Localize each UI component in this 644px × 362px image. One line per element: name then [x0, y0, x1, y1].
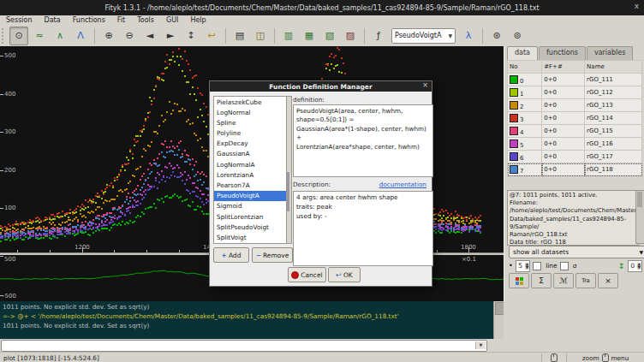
export-plot-icon[interactable]: ▧	[320, 27, 339, 45]
function-item-Pearson7A[interactable]: Pearson7A	[214, 181, 286, 191]
table-header-no[interactable]: No	[508, 61, 542, 74]
stepper-arrows-icon[interactable]: ▲▼	[637, 263, 641, 270]
zoom-in-icon[interactable]: ⊕	[99, 27, 118, 45]
function-item-PseudoVoigtA[interactable]: PseudoVoigtA	[214, 191, 286, 201]
menu-item-tools[interactable]: Tools	[131, 16, 160, 24]
remove-button[interactable]: − Remove	[252, 247, 293, 263]
menu-item-functions[interactable]: Functions	[67, 16, 111, 24]
sigma-checkbox[interactable]	[560, 262, 569, 270]
dataset-row-rGO_118[interactable]: 70+0rGO_118	[508, 163, 642, 176]
add-button[interactable]: + Add	[213, 247, 249, 263]
function-item-SplitVoigt[interactable]: SplitVoigt	[214, 232, 286, 242]
window-close-button[interactable]: x	[635, 2, 639, 10]
zoom-right-icon[interactable]: ►	[161, 27, 180, 45]
zoom-left-icon[interactable]: ◄	[140, 27, 159, 45]
command-history-arrow[interactable]: ▼	[475, 341, 486, 349]
transform-button[interactable]: Tra	[575, 273, 596, 288]
tab-data[interactable]: data	[507, 46, 538, 60]
cancel-button[interactable]: Cancel	[288, 267, 326, 282]
add-peak-mode-icon[interactable]: ∧	[51, 27, 69, 45]
drag-peak-mode-icon[interactable]: Λ	[71, 27, 90, 45]
dataset-color-swatch[interactable]	[510, 127, 518, 135]
definition-textarea[interactable]: PseudoVoigtA(area, center, hwhm, shape=0…	[293, 104, 433, 177]
dataset-row-rGO_115[interactable]: 40+0rGO_115	[508, 125, 642, 138]
dataset-row-rGO_113[interactable]: 20+0rGO_113	[508, 99, 642, 112]
tab-variables[interactable]: variables	[587, 46, 633, 60]
function-item-SplitPseudoVoigt[interactable]: SplitPseudoVoigt	[214, 222, 286, 232]
function-item-Spline[interactable]: Spline	[214, 117, 286, 128]
info-scrollbar-thumb[interactable]	[637, 192, 642, 207]
sum-button[interactable]: Σ	[531, 273, 552, 288]
dialog-titlebar[interactable]: Function Definition Manager ×	[210, 81, 432, 92]
color-gradient-button[interactable]	[509, 273, 529, 288]
point-size-stepper[interactable]: 5 ▲▼	[516, 260, 530, 272]
function-definition-manager-dialog: Function Definition Manager × PielaszekC…	[209, 80, 432, 287]
function-item-GaussianA[interactable]: GaussianA	[214, 149, 286, 159]
open-data-icon[interactable]: ▥	[279, 27, 298, 45]
window-title: Fityk 1.3.1 - /home/aleplo/test/Document…	[104, 4, 539, 12]
fit-run-icon[interactable]: ⊛	[487, 27, 506, 45]
zoom-previous-icon[interactable]: ↩	[202, 27, 221, 45]
function-item-LogNormalA[interactable]: LogNormalA	[214, 159, 286, 169]
menu-item-help[interactable]: Help	[184, 16, 212, 24]
function-list[interactable]: PielaszekCubeLogNormalSplinePolylineExpD…	[213, 96, 287, 244]
menu-item-gui[interactable]: GUI	[160, 16, 184, 24]
command-input[interactable]: ▼	[1, 340, 487, 352]
dataset-row-rGO_117[interactable]: 60+0rGO_117	[508, 151, 642, 163]
dataset-color-swatch[interactable]	[510, 114, 518, 122]
data-range-mode-icon[interactable]: ≈	[30, 27, 49, 45]
table-header-name[interactable]: Name	[585, 61, 642, 74]
zoom-mode-icon[interactable]: ⊙	[9, 27, 28, 45]
ok-button[interactable]: ↩ OK	[328, 267, 361, 282]
function-item-LorentzianA[interactable]: LorentzianA	[214, 169, 286, 180]
stepper-arrows-icon[interactable]: ▲▼	[525, 263, 529, 270]
function-item-Polyline[interactable]: Polyline	[214, 128, 286, 139]
std-dev-button[interactable]: ℳ	[553, 273, 574, 288]
dataset-row-rGO_112[interactable]: 10+0rGO_112	[508, 86, 642, 99]
dataset-row-rGO_116[interactable]: 50+0rGO_116	[508, 138, 642, 151]
line-checkbox[interactable]	[533, 262, 541, 270]
dialog-close-button[interactable]: ×	[422, 81, 428, 89]
dataset-row-rGO_111[interactable]: 00+0rGO_111	[508, 74, 642, 86]
menu-item-fit[interactable]: Fit	[111, 16, 131, 24]
function-item-PielaszekCube[interactable]: PielaszekCube	[214, 97, 286, 107]
function-list-scrollbar[interactable]	[286, 96, 292, 244]
dataset-color-swatch[interactable]	[510, 139, 518, 148]
function-item-SplitLorentzian[interactable]: SplitLorentzian	[214, 211, 286, 222]
fit-settings-icon[interactable]: ⊚	[508, 27, 527, 45]
dataset-row-rGO_114[interactable]: 30+0rGO_114	[508, 112, 642, 125]
define-function-icon[interactable]: λ	[459, 27, 478, 45]
delete-button[interactable]: ×	[598, 273, 618, 288]
function-item-Sigmoid[interactable]: Sigmoid	[214, 201, 286, 211]
tab-functions[interactable]: functions	[539, 46, 586, 60]
open-script-icon[interactable]: ▦	[300, 27, 319, 45]
dataset-color-swatch[interactable]	[510, 75, 518, 84]
shift-stepper[interactable]: 0 ▲▼	[628, 260, 642, 272]
menu-item-session[interactable]: Session	[0, 16, 39, 24]
dataset-color-swatch[interactable]	[510, 152, 518, 161]
function-item-ExpDecay[interactable]: ExpDecay	[214, 139, 286, 149]
zoom-out-icon[interactable]: ⊖	[120, 27, 139, 45]
zoom-vertical-icon[interactable]: ↕	[182, 27, 200, 45]
dataset-color-swatch[interactable]	[510, 88, 518, 97]
page-setup-icon[interactable]: ▤	[230, 27, 249, 45]
function-type-combo[interactable]: PseudoVoigtA▼	[391, 28, 456, 44]
dataset-color-swatch[interactable]	[510, 165, 518, 174]
table-header-#f+#[interactable]: #F+#	[542, 61, 585, 74]
menu-item-data[interactable]: Data	[39, 16, 67, 24]
window-titlebar[interactable]: Fityk 1.3.1 - /home/aleplo/test/Document…	[0, 0, 644, 15]
toolbar: ⊙≈∧Λ⊕⊖◄►↕↩▤◫▥▦▧▨ƒPseudoVoigtA▼λ⊛⊚	[0, 25, 644, 47]
snapshot-icon[interactable]: ▨	[341, 27, 360, 45]
documentation-link[interactable]: documentation	[379, 181, 426, 188]
auto-add-peak-icon[interactable]: ƒ	[369, 27, 388, 45]
output-console[interactable]: 1011 points. No explicit std. dev. Set a…	[0, 301, 509, 342]
save-session-icon[interactable]: ◫	[251, 27, 270, 45]
dataset-filter-combo[interactable]: show all datasets ▼	[509, 246, 644, 258]
info-scrollbar[interactable]	[635, 190, 644, 244]
function-item-LogNormal[interactable]: LogNormal	[214, 107, 286, 117]
function-list-scrollbar-thumb[interactable]	[287, 172, 289, 211]
dataset-color-swatch[interactable]	[510, 101, 518, 110]
dataset-fcount: 0+0	[542, 112, 585, 125]
dataset-table[interactable]: No#F+#Name00+0rGO_11110+0rGO_11220+0rGO_…	[507, 60, 642, 176]
toolbar-handle[interactable]	[2, 28, 7, 44]
